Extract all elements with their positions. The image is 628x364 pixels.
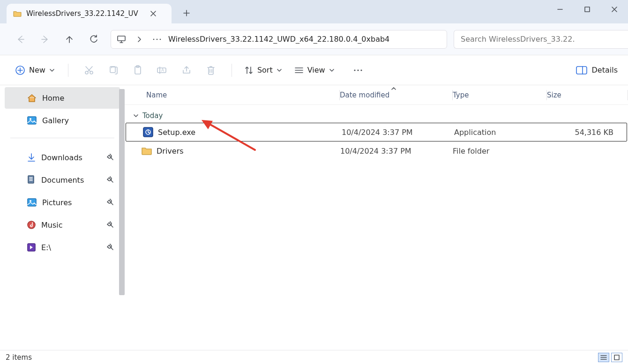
folder-icon: [142, 147, 152, 155]
copy-icon: [109, 65, 118, 75]
svg-point-3: [157, 38, 158, 40]
column-size[interactable]: Size: [547, 91, 628, 99]
sidebar-item-downloads[interactable]: Downloads: [5, 147, 120, 168]
chevron-down-icon: [329, 68, 335, 73]
minimize-button[interactable]: [546, 0, 574, 19]
explorer-body: Home Gallery Downloads Documents Picture…: [0, 85, 628, 350]
forward-button[interactable]: [34, 29, 56, 50]
file-row-drivers[interactable]: Drivers 10/4/2024 3:37 PM File folder: [125, 141, 628, 160]
copy-button[interactable]: [101, 61, 126, 80]
toolbar: New A Sort View Details: [0, 55, 628, 85]
maximize-icon: [584, 7, 590, 12]
details-view-toggle[interactable]: [598, 353, 609, 362]
back-button[interactable]: [9, 29, 32, 50]
file-size: 54,316 KB: [548, 128, 627, 137]
sort-button[interactable]: Sort: [240, 63, 286, 78]
details-pane-button[interactable]: Details: [576, 66, 618, 74]
svg-point-21: [30, 200, 31, 202]
home-icon: [27, 94, 37, 102]
chevron-down-icon: [277, 68, 282, 73]
cut-button[interactable]: [77, 61, 101, 80]
svg-point-4: [160, 38, 161, 40]
svg-rect-19: [28, 176, 34, 183]
svg-point-15: [360, 69, 362, 71]
column-name-label: Name: [146, 91, 167, 99]
svg-point-18: [30, 118, 31, 120]
clipboard-icon: [133, 65, 142, 75]
separator: [232, 64, 232, 77]
svg-point-2: [153, 38, 155, 40]
maximize-button[interactable]: [574, 0, 601, 19]
up-button[interactable]: [58, 29, 81, 50]
status-bar: 2 items: [0, 350, 628, 364]
chevron-right-icon[interactable]: [133, 36, 146, 43]
new-tab-button[interactable]: [177, 4, 196, 22]
svg-rect-16: [576, 67, 587, 74]
minimize-icon: [557, 6, 563, 13]
plus-circle-icon: [15, 65, 25, 75]
column-name[interactable]: Name: [125, 91, 339, 99]
refresh-button[interactable]: [82, 29, 105, 50]
search-input[interactable]: [461, 35, 621, 44]
item-count: 2 items: [6, 353, 32, 362]
file-name: Drivers: [157, 147, 184, 156]
file-row-setup[interactable]: Setup.exe 10/4/2024 3:37 PM Application …: [126, 123, 627, 141]
close-icon: [150, 11, 156, 16]
sidebar-item-gallery[interactable]: Gallery: [5, 110, 120, 131]
ellipsis-icon: [353, 69, 363, 72]
documents-icon: [27, 175, 36, 185]
tab-close-button[interactable]: [147, 7, 160, 20]
sort-icon: [244, 66, 254, 75]
sidebar-item-label: Gallery: [42, 116, 69, 125]
column-date-modified[interactable]: Date modified: [340, 91, 452, 99]
address-bar[interactable]: WirelessDrivers_33.22.1142_UWD_x64_22.18…: [111, 30, 447, 49]
new-button[interactable]: New: [10, 62, 60, 78]
share-icon: [181, 66, 192, 75]
sidebar-item-label: Documents: [41, 176, 84, 185]
sidebar-item-drive-e[interactable]: E:\: [5, 237, 120, 258]
title-bar: WirelessDrivers_33.22.1142_UV: [0, 0, 628, 23]
drive-icon: [27, 243, 36, 252]
group-today[interactable]: Today: [125, 105, 628, 123]
thumbnails-view-toggle[interactable]: [611, 353, 622, 362]
gallery-icon: [27, 116, 37, 125]
address-path: WirelessDrivers_33.22.1142_UWD_x64_22.18…: [168, 35, 443, 44]
svg-rect-17: [28, 117, 36, 124]
column-type[interactable]: Type: [453, 91, 546, 99]
sidebar-item-music[interactable]: Music: [5, 214, 120, 236]
more-button[interactable]: [346, 61, 370, 80]
overflow-icon[interactable]: [150, 38, 164, 41]
group-label: Today: [142, 111, 163, 120]
download-icon: [27, 153, 36, 162]
sort-label: Sort: [257, 66, 273, 74]
svg-point-14: [357, 69, 359, 71]
sidebar-item-home[interactable]: Home: [5, 87, 120, 109]
pictures-icon: [27, 198, 37, 207]
new-label: New: [29, 66, 45, 74]
list-icon: [294, 67, 304, 74]
arrow-up-icon: [65, 35, 74, 44]
details-label: Details: [592, 66, 618, 74]
share-button[interactable]: [174, 61, 199, 80]
sidebar: Home Gallery Downloads Documents Picture…: [0, 85, 125, 350]
rename-button[interactable]: A: [150, 61, 174, 80]
sidebar-item-documents[interactable]: Documents: [5, 169, 120, 191]
pin-icon: [107, 221, 113, 230]
paste-button[interactable]: [126, 61, 150, 80]
sidebar-scrollbar[interactable]: [119, 89, 125, 295]
search-box[interactable]: [454, 30, 628, 49]
window-controls: [546, 0, 628, 19]
pin-icon: [107, 176, 113, 185]
sidebar-item-label: Music: [41, 221, 63, 230]
delete-button[interactable]: [199, 61, 223, 80]
sidebar-item-pictures[interactable]: Pictures: [5, 192, 120, 213]
svg-rect-8: [110, 67, 115, 73]
window-tab[interactable]: WirelessDrivers_33.22.1142_UV: [7, 4, 172, 23]
pin-icon: [107, 243, 113, 252]
view-button[interactable]: View: [291, 63, 338, 77]
file-date: 10/4/2024 3:37 PM: [342, 128, 454, 137]
svg-rect-0: [585, 7, 590, 12]
chevron-down-icon: [49, 68, 55, 73]
details-pane-icon: [576, 66, 587, 74]
close-window-button[interactable]: [601, 0, 628, 19]
